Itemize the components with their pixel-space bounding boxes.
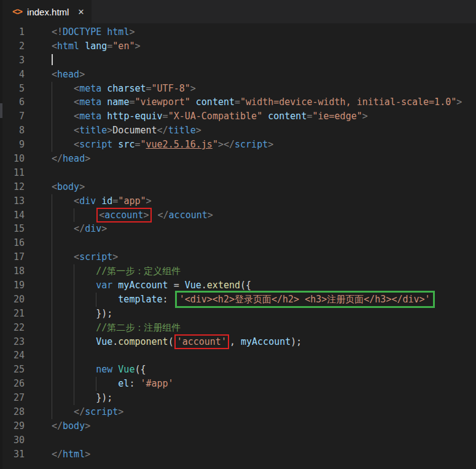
- line-number: 11: [0, 166, 25, 180]
- code-line[interactable]: 8<title>Document</title>: [0, 124, 476, 138]
- indent-guide: [96, 293, 118, 307]
- code-line[interactable]: 3: [0, 53, 476, 68]
- line-number: 17: [0, 250, 25, 264]
- code-line[interactable]: 11: [0, 166, 476, 180]
- code-text: <!DOCTYPE html>: [52, 25, 135, 39]
- code-text: template: '<div><h2>登录页面</h2> <h3>注册页面</…: [52, 293, 435, 307]
- code-text: </body>: [52, 419, 90, 433]
- code-text: //第一步：定义组件: [52, 264, 181, 278]
- line-number: 1: [0, 25, 25, 39]
- code-editor[interactable]: 1<!DOCTYPE html>2<html lang="en">34<head…: [0, 23, 476, 462]
- code-line[interactable]: 7<meta http-equiv="X-UA-Compatible" cont…: [0, 109, 476, 124]
- code-line[interactable]: 5<meta charset="UTF-8">: [0, 82, 476, 96]
- code-line[interactable]: 29</body>: [0, 419, 476, 433]
- indent-guide: [74, 321, 96, 335]
- line-number: 30: [0, 433, 25, 447]
- code-line[interactable]: 16: [0, 236, 476, 250]
- line-number: 10: [0, 152, 25, 166]
- line-number: 18: [0, 264, 25, 278]
- edge-strip-thumb: [0, 103, 2, 118]
- indent-guide: [52, 349, 74, 363]
- code-text: el: '#app': [52, 377, 174, 391]
- code-text: </div>: [52, 222, 107, 236]
- indent-guide: [52, 109, 74, 124]
- indent-guide: [74, 278, 96, 293]
- indent-guide: [74, 377, 96, 391]
- tab-bar: <> index.html ✕: [0, 0, 476, 23]
- tab-index-html[interactable]: <> index.html ✕: [0, 0, 92, 23]
- code-line[interactable]: 24: [0, 349, 476, 363]
- code-line[interactable]: 4<head>: [0, 68, 476, 82]
- tab-close-icon[interactable]: ✕: [77, 7, 84, 17]
- code-text: <body>: [52, 180, 85, 194]
- code-text: [52, 236, 74, 250]
- code-line[interactable]: 14<account> </account>: [0, 208, 476, 223]
- code-text: [52, 349, 96, 363]
- code-text: <div id="app">: [52, 194, 152, 208]
- code-text: <meta http-equiv="X-UA-Compatible" conte…: [52, 109, 368, 124]
- text-cursor: [52, 54, 53, 65]
- code-line[interactable]: 13<div id="app">: [0, 194, 476, 208]
- line-number: 5: [0, 82, 25, 96]
- code-line[interactable]: 12<body>: [0, 180, 476, 194]
- green-annotation-box: '<div><h2>登录页面</h2> <h3>注册页面</h3></div>': [175, 291, 435, 308]
- indent-guide: [74, 293, 96, 307]
- code-line[interactable]: 20template: '<div><h2>登录页面</h2> <h3>注册页面…: [0, 293, 476, 307]
- indent-guide: [52, 278, 74, 293]
- code-line[interactable]: 1<!DOCTYPE html>: [0, 25, 476, 39]
- line-number: 8: [0, 124, 25, 138]
- code-text: </html>: [52, 447, 90, 462]
- code-line[interactable]: 27});: [0, 391, 476, 405]
- code-text: <meta name="viewport" content="width=dev…: [52, 95, 462, 109]
- indent-guide: [52, 236, 74, 250]
- code-line[interactable]: 9<script src="vue2.5.16.js"></script>: [0, 138, 476, 152]
- code-line[interactable]: 2<html lang="en">: [0, 39, 476, 53]
- code-line[interactable]: 21});: [0, 307, 476, 321]
- code-line[interactable]: 30: [0, 433, 476, 447]
- indent-guide: [52, 124, 74, 138]
- code-line[interactable]: 26el: '#app': [0, 377, 476, 391]
- code-text: <title>Document</title>: [52, 124, 201, 138]
- red-annotation-box: 'account': [174, 334, 229, 349]
- indent-guide: [52, 363, 74, 377]
- line-number: 14: [0, 208, 25, 223]
- code-line[interactable]: 10</head>: [0, 152, 476, 166]
- indent-guide: [74, 363, 96, 377]
- line-number: 2: [0, 39, 25, 53]
- code-line[interactable]: 28</script>: [0, 405, 476, 419]
- line-number: 3: [0, 53, 25, 68]
- code-line[interactable]: 23Vue.component('account', myAccount);: [0, 335, 476, 349]
- indent-guide: [52, 222, 74, 236]
- line-number: 19: [0, 278, 25, 293]
- line-number: 15: [0, 222, 25, 236]
- code-text: });: [52, 391, 112, 405]
- code-text: <head>: [52, 68, 85, 82]
- code-line[interactable]: 18//第一步：定义组件: [0, 264, 476, 278]
- code-line[interactable]: 31</html>: [0, 447, 476, 462]
- indent-guide: [74, 264, 96, 278]
- line-number: 24: [0, 349, 25, 363]
- indent-guide: [74, 391, 96, 405]
- indent-guide: [52, 250, 74, 264]
- code-text: <script src="vue2.5.16.js"></script>: [52, 138, 273, 152]
- code-text: new Vue({: [52, 363, 146, 377]
- indent-guide: [74, 335, 96, 349]
- indent-guide: [52, 264, 74, 278]
- line-number: 6: [0, 95, 25, 109]
- indent-guide: [52, 335, 74, 349]
- code-text: <meta charset="UTF-8">: [52, 82, 196, 96]
- line-number: 29: [0, 419, 25, 433]
- line-number: 26: [0, 377, 25, 391]
- indent-guide: [52, 391, 74, 405]
- indent-guide: [74, 307, 96, 321]
- indent-guide: [74, 208, 96, 223]
- code-line[interactable]: 22//第二步：注册组件: [0, 321, 476, 335]
- code-line[interactable]: 15</div>: [0, 222, 476, 236]
- indent-guide: [52, 95, 74, 109]
- html-file-icon: <>: [12, 6, 22, 17]
- code-line[interactable]: 25new Vue({: [0, 363, 476, 377]
- code-line[interactable]: 17<script>: [0, 250, 476, 264]
- indent-guide: [52, 138, 74, 152]
- indent-guide: [52, 307, 74, 321]
- code-line[interactable]: 6<meta name="viewport" content="width=de…: [0, 95, 476, 109]
